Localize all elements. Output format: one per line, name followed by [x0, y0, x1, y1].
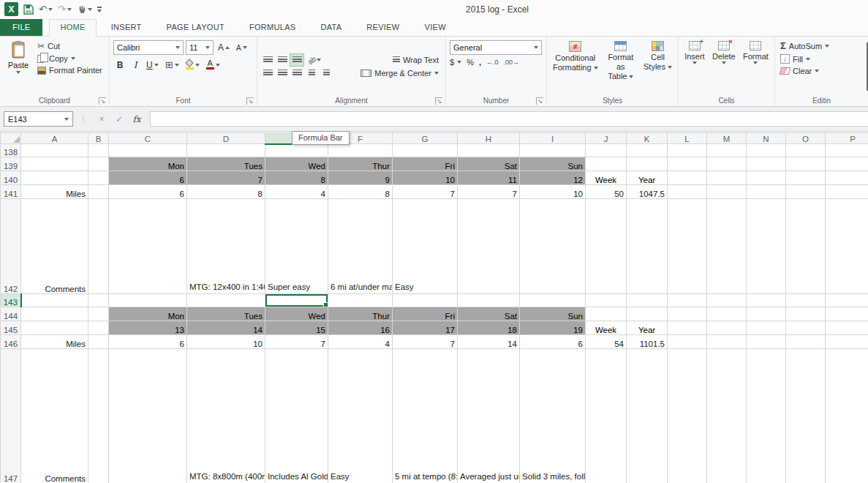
touch-mode-dropdown-icon[interactable]: [88, 8, 92, 11]
row-header-145[interactable]: 145: [1, 321, 21, 335]
cell-P146[interactable]: [826, 335, 868, 349]
cell-C147[interactable]: [109, 349, 187, 483]
cell-E147[interactable]: Includes Al Goldstein 5K in 22:45: [265, 349, 328, 483]
cell-P138[interactable]: [826, 144, 868, 157]
cell-M143[interactable]: [707, 294, 747, 307]
align-left-button[interactable]: [261, 67, 274, 79]
cell-A145[interactable]: [21, 321, 88, 335]
cell-D141[interactable]: 8: [187, 185, 265, 199]
enter-button[interactable]: ✓: [110, 114, 128, 124]
cell-M142[interactable]: [707, 199, 747, 294]
formula-input[interactable]: [150, 111, 868, 127]
paste-dropdown-icon[interactable]: [16, 71, 20, 74]
cell-J140[interactable]: Week: [586, 171, 627, 185]
align-center-button[interactable]: [276, 67, 289, 79]
copy-dropdown-icon[interactable]: [71, 57, 75, 60]
redo-dropdown-icon[interactable]: [67, 8, 72, 11]
cell-L147[interactable]: [668, 349, 707, 483]
col-header-J[interactable]: J: [586, 133, 627, 144]
cell-P139[interactable]: [826, 157, 868, 171]
font-dialog-launcher-icon[interactable]: ↘: [246, 97, 254, 105]
cell-F146[interactable]: 4: [328, 335, 393, 349]
cell-styles-button[interactable]: Cell Styles: [640, 39, 676, 94]
name-box[interactable]: E143: [4, 111, 73, 127]
cell-M139[interactable]: [707, 157, 747, 171]
cell-E143[interactable]: [265, 294, 328, 307]
borders-dropdown-icon[interactable]: [175, 64, 179, 67]
number-format-select[interactable]: General: [450, 40, 542, 55]
borders-button[interactable]: ⊞: [163, 58, 181, 72]
cell-C138[interactable]: [109, 144, 187, 157]
col-header-A[interactable]: A: [21, 133, 88, 144]
cell-G140[interactable]: 10: [393, 171, 458, 185]
cell-B139[interactable]: [88, 157, 109, 171]
cell-B141[interactable]: [88, 185, 109, 199]
redo-button[interactable]: ↷: [58, 4, 72, 14]
cell-G138[interactable]: [393, 144, 458, 157]
accounting-format-button[interactable]: $: [450, 58, 461, 67]
cell-H147[interactable]: Averaged just under 10 min pace - first …: [458, 349, 520, 483]
cell-G143[interactable]: [393, 294, 458, 307]
bold-button[interactable]: B: [113, 58, 127, 72]
col-header-B[interactable]: B: [88, 133, 109, 144]
align-right-button[interactable]: [290, 67, 303, 79]
cell-K140[interactable]: Year: [627, 171, 668, 185]
merge-center-button[interactable]: Merge & Center: [358, 67, 442, 79]
cell-E140[interactable]: 8: [265, 171, 328, 185]
italic-button[interactable]: I: [129, 58, 142, 72]
cell-K142[interactable]: [627, 199, 668, 294]
cell-O141[interactable]: [786, 185, 826, 199]
cell-O146[interactable]: [786, 335, 826, 349]
cell-D147[interactable]: MTG: 8x800m (400m jog) in 3:49, 3:36, 3:…: [187, 349, 265, 483]
cell-I143[interactable]: [520, 294, 586, 307]
cell-M145[interactable]: [707, 321, 747, 335]
col-header-M[interactable]: M: [707, 133, 747, 144]
cell-C146[interactable]: 6: [109, 335, 187, 349]
row-header-143[interactable]: 143: [1, 294, 21, 307]
delete-cells-button[interactable]: × Delete: [709, 39, 739, 94]
cell-G146[interactable]: 7: [393, 335, 458, 349]
col-header-H[interactable]: H: [458, 133, 520, 144]
cell-N144[interactable]: [747, 307, 786, 321]
select-all-corner[interactable]: [1, 133, 21, 144]
cell-M141[interactable]: [707, 185, 747, 199]
fill-color-button[interactable]: [184, 58, 202, 72]
cell-F144[interactable]: Thur: [328, 307, 393, 321]
cell-O143[interactable]: [786, 294, 826, 307]
cell-N145[interactable]: [747, 321, 786, 335]
cell-J139[interactable]: [586, 157, 627, 171]
cell-J141[interactable]: 50: [586, 185, 627, 199]
col-header-K[interactable]: K: [627, 133, 668, 144]
col-header-G[interactable]: G: [393, 133, 458, 144]
cell-L139[interactable]: [668, 157, 707, 171]
cell-D138[interactable]: [187, 144, 265, 157]
fill-dropdown-icon[interactable]: [806, 58, 810, 61]
cell-C139[interactable]: Mon: [109, 157, 187, 171]
cell-B145[interactable]: [88, 321, 109, 335]
font-color-button[interactable]: A: [204, 58, 222, 72]
font-color-dropdown-icon[interactable]: [216, 64, 220, 67]
cell-O139[interactable]: [786, 157, 826, 171]
conditional-formatting-button[interactable]: ≠ Conditional Formatting: [549, 39, 602, 94]
cell-J147[interactable]: [586, 349, 627, 483]
cell-I145[interactable]: 19: [520, 321, 586, 335]
cell-A138[interactable]: [21, 144, 88, 157]
row-header-144[interactable]: 144: [1, 307, 21, 321]
cell-P141[interactable]: [826, 185, 868, 199]
cut-button[interactable]: ✂Cut: [34, 40, 105, 53]
cell-L146[interactable]: [668, 335, 707, 349]
cell-P143[interactable]: [826, 294, 868, 307]
cell-K143[interactable]: [627, 294, 668, 307]
cell-N140[interactable]: [747, 171, 786, 185]
format-painter-button[interactable]: Format Painter: [34, 64, 105, 76]
cell-N146[interactable]: [747, 335, 786, 349]
cell-D145[interactable]: 14: [187, 321, 265, 335]
cell-J143[interactable]: [586, 294, 627, 307]
cell-E146[interactable]: 7: [265, 335, 328, 349]
row-header-141[interactable]: 141: [1, 185, 21, 199]
cell-B147[interactable]: [88, 349, 109, 483]
row-header-138[interactable]: 138: [1, 144, 21, 157]
cell-I144[interactable]: Sun: [520, 307, 586, 321]
comma-style-button[interactable]: ,: [479, 58, 481, 67]
alignment-dialog-launcher-icon[interactable]: ↘: [435, 97, 442, 105]
